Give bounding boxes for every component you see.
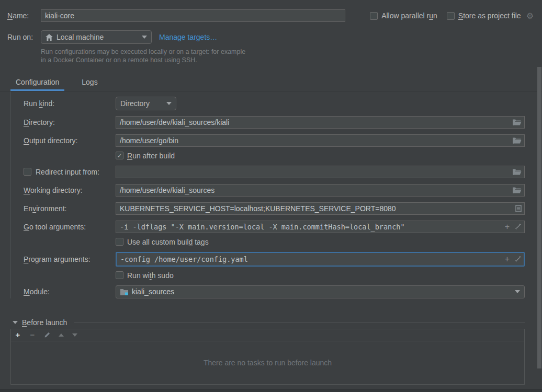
name-label: Name: [7,11,41,20]
move-down-button[interactable] [72,333,77,337]
output-directory-input[interactable]: /home/user/go/bin [116,134,525,147]
add-argument-plus-icon[interactable]: + [505,223,510,231]
tab-configuration[interactable]: Configuration [16,78,59,91]
directory-row: Directory: /home/user/dev/kiali_sources/… [24,116,525,129]
run-after-build-checkbox[interactable]: ✓ Run after build [116,152,525,160]
tab-logs[interactable]: Logs [82,78,97,91]
name-input[interactable]: kiali-core [41,9,345,22]
program-arguments-row: Program arguments: -config /home/user/co… [24,252,525,267]
directory-value: /home/user/dev/kiali_sources/kiali [120,118,229,126]
run-on-label: Run on: [7,33,41,41]
run-with-sudo-label: Run with sudo [127,271,174,280]
use-custom-build-tags-checkbox-box[interactable]: ✓ [116,238,123,246]
store-settings-gear-icon[interactable]: ⚙ [526,11,534,21]
run-with-sudo-checkbox[interactable]: ✓ Run with sudo [116,271,525,280]
chevron-down-icon [142,36,147,39]
collapse-triangle-icon[interactable] [13,321,18,324]
environment-input[interactable]: KUBERNETES_SERVICE_HOST=localhost;KUBERN… [116,202,525,215]
redirect-input-checkbox-box[interactable]: ✓ [24,168,31,176]
store-as-project-file-checkbox[interactable]: ✓ Store as project file [447,11,521,20]
module-value: kiali_sources [132,287,174,296]
store-as-project-file-checkbox-box[interactable]: ✓ [447,12,455,20]
run-after-build-row: ✓ Run after build [24,152,525,160]
go-tool-arguments-input[interactable]: -i -ldflags "-X main.version=local -X ma… [116,221,525,233]
go-tool-arguments-value: -i -ldflags "-X main.version=local -X ma… [120,223,405,231]
module-folder-icon [120,289,128,295]
run-after-build-label: Run after build [127,152,175,160]
expand-field-icon[interactable] [515,256,522,262]
working-directory-value: /home/user/dev/kiali_sources [120,186,214,194]
home-icon [46,34,53,41]
redirect-input-label: Redirect input from: [36,168,99,176]
dialog-bottom-edge [0,389,542,392]
edit-variables-list-icon[interactable] [515,205,522,212]
module-row: Module: kiali_sources [24,285,525,298]
before-launch-panel: + − There are no tasks to run before lau… [10,329,525,385]
use-custom-build-tags-checkbox[interactable]: ✓ Use all custom build tags [116,238,525,246]
before-launch-title: Before launch [22,318,67,327]
edit-task-button[interactable] [44,331,50,338]
section-divider [74,322,525,322]
use-custom-build-tags-row: ✓ Use all custom build tags [24,238,525,246]
go-tool-arguments-row: Go tool arguments: -i -ldflags "-X main.… [24,221,525,233]
chevron-down-icon [166,102,172,105]
program-arguments-label: Program arguments: [24,255,116,263]
remove-task-button[interactable]: − [29,331,36,339]
run-with-sudo-checkbox-box[interactable]: ✓ [116,271,123,279]
help-line-2: in a Docker Container or on a remote hos… [41,56,535,65]
before-launch-empty-message: There are no tasks to run before launch [11,341,524,384]
directory-input[interactable]: /home/user/dev/kiali_sources/kiali [116,116,525,129]
redirect-input-row: ✓ Redirect input from: [24,166,525,178]
working-directory-row: Working directory: /home/user/dev/kiali_… [24,184,525,197]
allow-parallel-run-checkbox-box[interactable]: ✓ [370,12,378,20]
program-arguments-input[interactable]: -config /home/user/config.yaml [116,252,525,267]
browse-folder-icon[interactable] [513,168,522,176]
module-select[interactable]: kiali_sources [116,285,525,298]
go-tool-arguments-label: Go tool arguments: [24,223,116,231]
environment-value: KUBERNETES_SERVICE_HOST=localhost;KUBERN… [120,204,396,213]
module-label: Module: [24,287,116,296]
before-launch-toolbar: + − [11,329,524,341]
chevron-down-icon [515,290,520,293]
expand-field-icon[interactable] [515,223,522,230]
working-directory-label: Working directory: [24,186,116,194]
store-as-project-file-label: Store as project file [458,11,521,20]
before-launch-header[interactable]: Before launch [0,316,542,329]
run-kind-label: Run kind: [24,99,116,108]
run-config-header: Name: kiali-core ✓ Allow parallel run ✓ … [0,0,542,65]
vertical-scrollbar[interactable] [537,67,541,368]
run-on-select[interactable]: Local machine [41,30,152,44]
redirect-input-input[interactable] [116,166,525,178]
configuration-panel: Run kind: Directory Directory: /home/use… [10,91,542,298]
browse-folder-icon[interactable] [513,137,522,144]
add-argument-plus-icon[interactable]: + [505,255,510,263]
name-value: kiali-core [45,11,74,20]
run-with-sudo-row: ✓ Run with sudo [24,271,525,280]
output-directory-row: Output directory: /home/user/go/bin [24,134,525,147]
tab-bar: Configuration Logs [0,78,542,91]
run-kind-value: Directory [120,99,150,108]
add-task-button[interactable]: + [15,331,21,339]
run-kind-row: Run kind: Directory [24,97,525,110]
run-on-help-text: Run configurations may be executed local… [41,48,535,65]
use-custom-build-tags-label: Use all custom build tags [127,238,209,246]
run-kind-select[interactable]: Directory [116,97,176,110]
browse-folder-icon[interactable] [513,119,522,126]
move-up-button[interactable] [59,333,64,337]
directory-label: Directory: [24,118,116,126]
manage-targets-link[interactable]: Manage targets… [159,33,217,41]
output-directory-label: Output directory: [24,136,116,145]
output-directory-value: /home/user/go/bin [120,136,178,145]
environment-row: Environment: KUBERNETES_SERVICE_HOST=loc… [24,202,525,215]
help-line-1: Run configurations may be executed local… [41,48,535,56]
working-directory-input[interactable]: /home/user/dev/kiali_sources [116,184,525,197]
environment-label: Environment: [24,204,116,213]
program-arguments-value: -config /home/user/config.yaml [120,255,248,263]
run-after-build-checkbox-box[interactable]: ✓ [116,152,123,159]
allow-parallel-run-label: Allow parallel run [381,11,437,20]
allow-parallel-run-checkbox[interactable]: ✓ Allow parallel run [370,11,437,20]
browse-folder-icon[interactable] [513,187,522,194]
run-on-value: Local machine [57,33,104,41]
